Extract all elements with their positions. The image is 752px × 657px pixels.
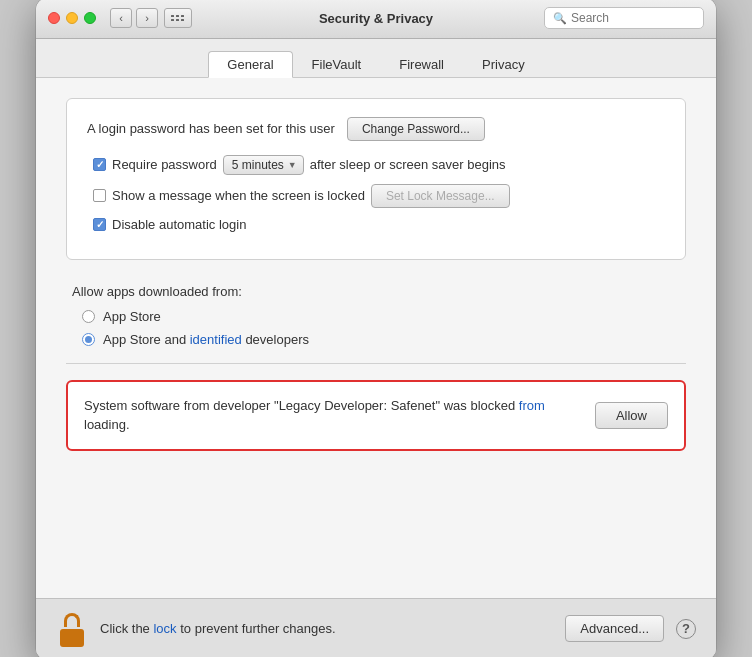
tab-general[interactable]: General <box>208 51 292 78</box>
allow-apps-title: Allow apps downloaded from: <box>66 284 686 299</box>
show-message-row: Show a message when the screen is locked… <box>87 184 665 208</box>
lock-shackle-icon <box>64 613 80 627</box>
tabs-bar: General FileVault Firewall Privacy <box>36 39 716 78</box>
search-input[interactable] <box>571 11 695 25</box>
bottom-bar: Click the lock to prevent further change… <box>36 598 716 658</box>
show-message-label: Show a message when the screen is locked <box>112 188 365 203</box>
grid-view-button[interactable] <box>164 8 192 28</box>
lock-text-rest: to prevent further changes. <box>180 621 335 636</box>
search-box[interactable]: 🔍 <box>544 7 704 29</box>
nav-buttons: ‹ › <box>110 8 158 28</box>
search-icon: 🔍 <box>553 12 567 25</box>
identified-highlight: identified <box>190 332 242 347</box>
advanced-button[interactable]: Advanced... <box>565 615 664 642</box>
back-button[interactable]: ‹ <box>110 8 132 28</box>
close-button[interactable] <box>48 12 60 24</box>
app-store-identified-radio[interactable] <box>82 333 95 346</box>
require-password-checkbox[interactable] <box>93 158 106 171</box>
app-store-identified-label: App Store and identified developers <box>103 332 309 347</box>
lock-text: Click the lock to prevent further change… <box>100 621 553 636</box>
app-store-identified-radio-row: App Store and identified developers <box>66 332 686 347</box>
traffic-lights <box>48 12 96 24</box>
password-timeout-dropdown[interactable]: 5 minutes ▼ <box>223 155 304 175</box>
change-password-button[interactable]: Change Password... <box>347 117 485 141</box>
tab-privacy[interactable]: Privacy <box>463 51 544 78</box>
tab-filevault[interactable]: FileVault <box>293 51 381 78</box>
content-area: A login password has been set for this u… <box>36 78 716 598</box>
lock-word[interactable]: lock <box>153 621 180 636</box>
password-label: A login password has been set for this u… <box>87 121 335 136</box>
show-message-checkbox[interactable] <box>93 189 106 202</box>
system-software-text: System software from developer "Legacy D… <box>84 396 583 435</box>
titlebar: ‹ › Security & Privacy 🔍 <box>36 0 716 39</box>
require-password-label-after: after sleep or screen saver begins <box>310 157 506 172</box>
minimize-button[interactable] <box>66 12 78 24</box>
divider <box>66 363 686 364</box>
password-row: A login password has been set for this u… <box>87 117 665 141</box>
lock-text-click: Click the <box>100 621 150 636</box>
tab-firewall[interactable]: Firewall <box>380 51 463 78</box>
lock-body-icon <box>60 629 84 647</box>
from-highlight: from <box>519 398 545 413</box>
window-title: Security & Privacy <box>319 11 433 26</box>
password-timeout-value: 5 minutes <box>232 158 284 172</box>
system-software-box: System software from developer "Legacy D… <box>66 380 686 451</box>
app-store-label: App Store <box>103 309 161 324</box>
help-button[interactable]: ? <box>676 619 696 639</box>
require-password-label-before: Require password <box>112 157 217 172</box>
require-password-row: Require password 5 minutes ▼ after sleep… <box>87 155 665 175</box>
app-store-radio-row: App Store <box>66 309 686 324</box>
allow-button[interactable]: Allow <box>595 402 668 429</box>
lock-icon-container <box>56 611 88 647</box>
dropdown-arrow-icon: ▼ <box>288 160 297 170</box>
disable-autologin-label: Disable automatic login <box>112 217 246 232</box>
disable-autologin-checkbox[interactable] <box>93 218 106 231</box>
maximize-button[interactable] <box>84 12 96 24</box>
disable-autologin-row: Disable automatic login <box>87 217 665 232</box>
grid-icon <box>171 15 185 22</box>
allow-apps-section: Allow apps downloaded from: App Store Ap… <box>66 284 686 347</box>
main-window: ‹ › Security & Privacy 🔍 General FileVau… <box>36 0 716 657</box>
app-store-radio[interactable] <box>82 310 95 323</box>
set-lock-message-button[interactable]: Set Lock Message... <box>371 184 510 208</box>
forward-button[interactable]: › <box>136 8 158 28</box>
top-section: A login password has been set for this u… <box>66 98 686 260</box>
